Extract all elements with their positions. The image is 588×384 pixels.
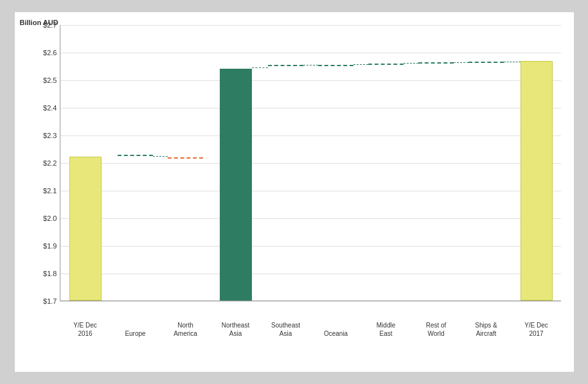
y-tick-label: $2.5	[43, 76, 57, 84]
connector-europe-na	[153, 156, 168, 157]
grid-line	[60, 274, 561, 274]
x-label-3: NortheastAsia	[213, 321, 258, 338]
bar-9	[521, 61, 553, 301]
connector-5	[353, 64, 368, 65]
connector-7	[454, 62, 468, 63]
dash-2	[168, 157, 203, 159]
dash-8	[468, 62, 504, 63]
grid-line	[60, 80, 561, 81]
grid-line	[60, 191, 561, 191]
y-tick-label: $1.7	[43, 297, 57, 305]
grid-line	[60, 301, 561, 302]
grid-line	[60, 135, 561, 136]
grid-line	[60, 108, 561, 109]
grid-line	[60, 53, 561, 53]
bar-0	[69, 157, 102, 301]
y-tick-label: $2.6	[43, 49, 57, 57]
dash-1	[118, 155, 153, 156]
y-tick-label: $1.8	[43, 270, 57, 277]
connector-4	[303, 65, 318, 65]
connector-8	[504, 62, 521, 62]
y-tick-label: $2.2	[43, 159, 57, 167]
x-label-6: MiddleEast	[364, 321, 409, 338]
y-tick-label: $2.4	[43, 104, 57, 112]
y-tick-label: $2.0	[43, 214, 57, 222]
bar-3	[220, 69, 252, 301]
x-label-5: Oceania	[314, 329, 359, 338]
x-label-9: Y/E Dec2017	[514, 321, 559, 338]
chart-container: Billion AUD $1.7$1.8$1.9$2.0$2.1$2.2$2.3…	[15, 12, 574, 372]
x-label-7: Rest ofWorld	[414, 321, 459, 338]
x-label-0: Y/E Dec2016	[63, 321, 108, 338]
x-label-2: NorthAmerica	[163, 321, 208, 338]
chart-area: $1.7$1.8$1.9$2.0$2.1$2.2$2.3$2.4$2.5$2.6…	[60, 25, 561, 301]
y-tick-label: $1.9	[43, 242, 57, 250]
dash-5	[318, 65, 353, 66]
connector-3	[252, 67, 269, 68]
x-label-4: SoutheastAsia	[263, 321, 308, 338]
dash-4	[268, 65, 303, 66]
x-label-8: Ships &Aircraft	[464, 321, 509, 338]
y-tick-label: $2.7	[43, 21, 57, 29]
connector-6	[404, 63, 418, 64]
grid-line	[60, 25, 561, 26]
grid-line	[60, 163, 561, 164]
y-tick-label: $2.1	[43, 187, 57, 195]
grid-line	[60, 246, 561, 247]
dash-7	[418, 62, 454, 64]
grid-line	[60, 218, 561, 219]
y-tick-label: $2.3	[43, 132, 57, 139]
x-label-1: Europe	[113, 329, 158, 338]
dash-6	[368, 64, 404, 65]
